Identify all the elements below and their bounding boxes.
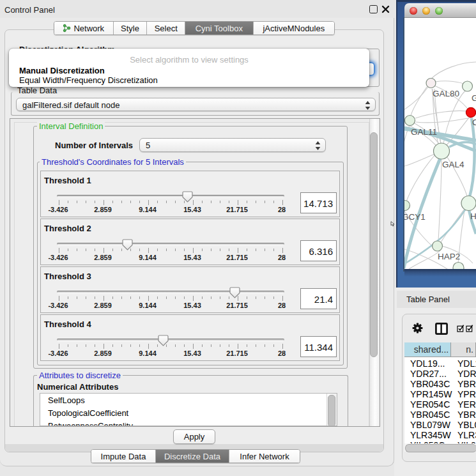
svg-text:GAL4: GAL4 <box>442 160 464 169</box>
svg-text:GAL11: GAL11 <box>411 127 437 137</box>
svg-text:GCY1: GCY1 <box>404 212 426 222</box>
svg-text:HAP2: HAP2 <box>438 252 460 261</box>
svg-text:G.: G. <box>472 93 476 103</box>
svg-text:C: C <box>472 118 476 127</box>
svg-text:H: H <box>470 211 476 221</box>
svg-text:GAL80: GAL80 <box>433 89 459 98</box>
